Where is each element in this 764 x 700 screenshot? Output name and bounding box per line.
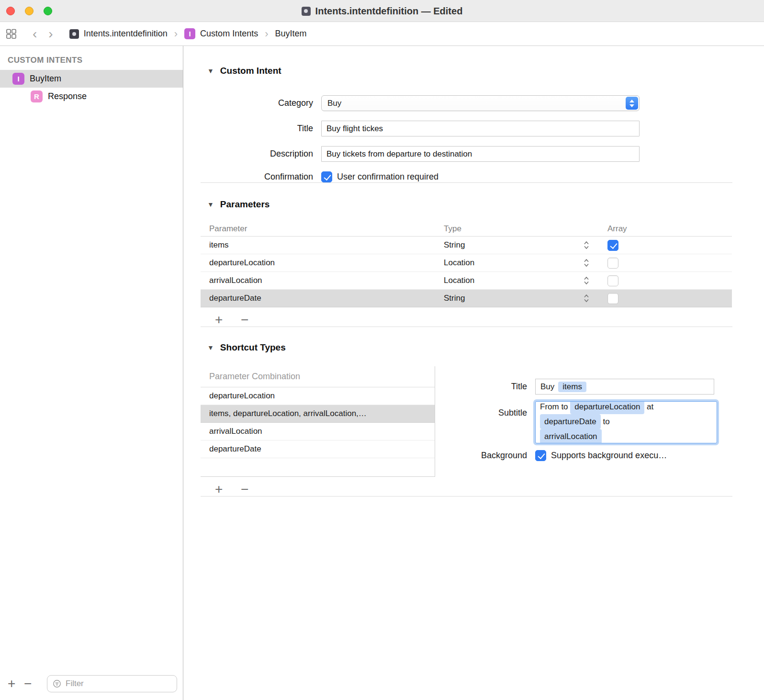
xcode-window: Intents.intentdefinition — Edited ‹ › In… — [0, 0, 764, 700]
section-title: Parameters — [220, 199, 270, 210]
array-checkbox[interactable] — [607, 240, 618, 251]
window-title: Intents.intentdefinition — Edited — [315, 6, 463, 17]
parameter-name: arrivalLocation — [201, 276, 440, 285]
combination-row[interactable]: arrivalLocation — [201, 423, 435, 440]
editor-area: ▼ Custom Intent Category Buy Title — [183, 46, 764, 700]
parameter-name: items — [201, 240, 440, 250]
filter-placeholder: Filter — [66, 679, 84, 689]
breadcrumb-item-buyitem[interactable]: BuyItem — [275, 29, 307, 39]
parameter-row-departurelocation[interactable]: departureLocation Location — [201, 254, 732, 272]
parameter-row-arrivallocation[interactable]: arrivalLocation Location — [201, 272, 732, 290]
combination-row[interactable]: items, departureLocation, arrivalLocatio… — [201, 405, 435, 423]
disclosure-triangle-icon[interactable]: ▼ — [207, 344, 214, 351]
background-label: Background — [474, 451, 527, 461]
array-checkbox[interactable] — [607, 275, 618, 286]
sidebar-header: CUSTOM INTENTS — [8, 56, 183, 65]
related-items-icon[interactable] — [6, 29, 17, 39]
remove-intent-button[interactable]: − — [24, 677, 40, 690]
shortcut-subtitle-row: Subtitle From to departureLocation at de… — [474, 401, 717, 443]
combination-table-header: Parameter Combination — [201, 366, 435, 387]
custom-intent-form: Category Buy Title Description — [201, 95, 732, 182]
breadcrumb-item-file[interactable]: Intents.intentdefinition — [69, 29, 168, 39]
category-row: Category Buy — [201, 95, 732, 111]
remove-combination-button[interactable]: − — [241, 483, 257, 496]
breadcrumb-label: BuyItem — [275, 29, 307, 39]
parameter-token-departurelocation[interactable]: departureLocation — [570, 401, 644, 414]
filter-field[interactable]: Filter — [47, 675, 177, 692]
shortcut-background-row: Background Supports background execu… — [474, 450, 717, 461]
category-label: Category — [201, 98, 313, 108]
parameters-table: Parameter Type Array items String depart… — [201, 221, 732, 307]
add-combination-button[interactable]: + — [215, 483, 231, 496]
category-popup-button[interactable]: Buy — [321, 95, 640, 111]
section-custom-intent[interactable]: ▼ Custom Intent — [201, 66, 732, 76]
combination-table-empty-area — [201, 458, 435, 476]
forward-button[interactable]: › — [43, 27, 58, 41]
shortcut-title-prefix: Buy — [540, 382, 554, 392]
add-parameter-button[interactable]: + — [215, 313, 231, 327]
response-badge-icon: R — [31, 90, 43, 102]
parameter-row-items[interactable]: items String — [201, 237, 732, 254]
combination-row[interactable]: departureLocation — [201, 387, 435, 405]
confirmation-row: Confirmation User confirmation required — [201, 171, 732, 182]
column-header-array: Array — [596, 224, 732, 234]
sidebar-item-buyitem[interactable]: I BuyItem — [0, 70, 183, 88]
confirmation-checkbox[interactable] — [321, 171, 332, 182]
breadcrumb-label: Custom Intents — [200, 29, 258, 39]
section-title: Shortcut Types — [220, 342, 286, 353]
file-icon-dot — [72, 32, 76, 36]
shortcut-title-label: Title — [474, 382, 527, 392]
combinations-add-remove-bar: + − — [201, 483, 435, 496]
titlebar: Intents.intentdefinition — Edited — [0, 0, 764, 22]
parameter-token-items[interactable]: items — [558, 382, 586, 392]
remove-parameter-button[interactable]: − — [241, 313, 257, 327]
sidebar-item-label: BuyItem — [30, 74, 61, 84]
combination-row[interactable]: departureDate — [201, 440, 435, 458]
breadcrumb-label: Intents.intentdefinition — [84, 29, 168, 39]
confirmation-label: Confirmation — [201, 172, 313, 182]
add-intent-button[interactable]: + — [8, 677, 24, 690]
document-icon — [302, 7, 311, 16]
back-button[interactable]: ‹ — [27, 27, 43, 41]
array-checkbox[interactable] — [607, 258, 618, 269]
type-stepper-icon[interactable] — [584, 294, 589, 303]
shortcut-subtitle-field[interactable]: From to departureLocation at departureDa… — [535, 401, 717, 443]
type-stepper-icon[interactable] — [584, 258, 589, 268]
breadcrumb: Intents.intentdefinition › I Custom Inte… — [69, 28, 307, 40]
parameter-token-arrivallocation[interactable]: arrivalLocation — [540, 429, 602, 443]
column-header-parameter: Parameter — [201, 224, 440, 234]
section-separator — [201, 182, 732, 183]
document-icon-dot — [304, 9, 308, 13]
type-stepper-icon[interactable] — [584, 276, 589, 285]
section-shortcut-types[interactable]: ▼ Shortcut Types — [201, 342, 732, 353]
background-checkbox-label: Supports background execu… — [551, 451, 667, 461]
chevron-right-icon: › — [263, 28, 270, 40]
parameter-token-departuredate[interactable]: departureDate — [540, 414, 601, 429]
title-label: Title — [201, 124, 313, 134]
section-separator — [201, 496, 732, 497]
parameter-type: Location — [444, 276, 474, 285]
breadcrumb-item-custom-intents[interactable]: I Custom Intents — [184, 28, 258, 39]
parameter-combination-panel: Parameter Combination departureLocation … — [201, 366, 435, 496]
disclosure-triangle-icon[interactable]: ▼ — [207, 67, 214, 75]
section-separator — [201, 327, 732, 327]
shortcut-title-field[interactable]: Buy items — [535, 379, 714, 395]
description-label: Description — [201, 149, 313, 159]
background-checkbox[interactable] — [535, 450, 546, 461]
window-content: CUSTOM INTENTS I BuyItem R Response + − … — [0, 46, 764, 700]
sidebar-item-response[interactable]: R Response — [0, 88, 183, 105]
type-stepper-icon[interactable] — [584, 240, 589, 250]
parameter-name: departureDate — [201, 294, 440, 303]
section-parameters[interactable]: ▼ Parameters — [201, 199, 732, 210]
shortcut-subtitle-label: Subtitle — [474, 401, 527, 418]
intent-badge-icon: I — [184, 28, 195, 39]
description-input[interactable] — [321, 146, 640, 162]
parameter-row-departuredate[interactable]: departureDate String — [201, 290, 732, 307]
subtitle-text: to — [603, 417, 609, 426]
category-value: Buy — [327, 99, 341, 108]
parameter-type: String — [444, 294, 465, 303]
title-input[interactable] — [321, 121, 640, 136]
array-checkbox[interactable] — [607, 293, 618, 304]
disclosure-triangle-icon[interactable]: ▼ — [207, 201, 214, 208]
parameter-combination-table: Parameter Combination departureLocation … — [201, 366, 435, 477]
